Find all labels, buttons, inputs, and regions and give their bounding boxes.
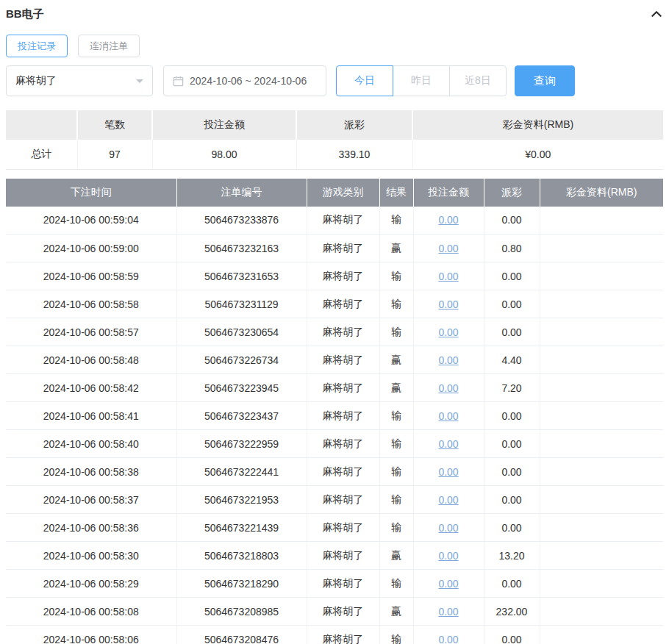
order-id-cell: 5064673221439 (176, 514, 307, 542)
bet-amount-link[interactable]: 0.00 (438, 382, 458, 394)
game-type-cell: 麻将胡了 (307, 514, 379, 542)
bonus-cell (540, 486, 663, 514)
game-select[interactable]: 麻将胡了 (6, 65, 153, 96)
table-row: 2024-10-06 00:59:045064673233876麻将胡了输0.0… (6, 207, 663, 235)
bet-amount-cell: 0.00 (413, 207, 484, 235)
bonus-cell (540, 235, 663, 262)
bet-amount-link[interactable]: 0.00 (438, 243, 458, 254)
bet-amount-link[interactable]: 0.00 (438, 214, 458, 226)
quick-range-group: 今日 昨日 近8日 (336, 65, 507, 96)
payout-cell: 0.00 (484, 570, 540, 598)
bet-amount-cell: 0.00 (413, 430, 484, 458)
result-cell: 输 (379, 570, 413, 598)
game-type-cell: 麻将胡了 (307, 374, 379, 402)
order-id-cell: 5064673218803 (176, 542, 307, 570)
bet-amount-link[interactable]: 0.00 (438, 354, 458, 366)
bet-amount-link[interactable]: 0.00 (438, 466, 458, 478)
bet-table: 下注时间 注单编号 游戏类别 结果 投注金额 派彩 彩金资料(RMB) 2024… (6, 179, 663, 644)
game-type-cell: 麻将胡了 (307, 598, 379, 626)
summary-total-bonus: ¥0.00 (412, 140, 663, 169)
bonus-cell (540, 290, 663, 318)
summary-col-bonus: 彩金资料(RMB) (412, 110, 663, 140)
bet-amount-link[interactable]: 0.00 (438, 550, 458, 562)
order-id-cell: 5064673223437 (176, 402, 307, 430)
bet-time-cell: 2024-10-06 00:58:40 (6, 430, 176, 458)
result-cell: 输 (379, 626, 413, 644)
bet-amount-link[interactable]: 0.00 (438, 522, 458, 534)
bonus-cell (540, 318, 663, 346)
bonus-cell (540, 514, 663, 542)
payout-cell: 0.00 (484, 262, 540, 290)
bet-amount-cell: 0.00 (413, 598, 484, 626)
bet-amount-cell: 0.00 (413, 262, 484, 290)
bet-time-cell: 2024-10-06 00:58:08 (6, 598, 176, 626)
date-range-input[interactable]: 2024-10-06 ~ 2024-10-06 (163, 65, 326, 96)
bet-time-cell: 2024-10-06 00:58:59 (6, 262, 176, 290)
bet-table-body: 2024-10-06 00:59:045064673233876麻将胡了输0.0… (6, 207, 663, 644)
order-id-cell: 5064673221953 (176, 486, 307, 514)
table-row: 2024-10-06 00:58:065064673208476麻将胡了输0.0… (6, 626, 663, 644)
payout-cell: 0.00 (484, 290, 540, 318)
col-header-order-id: 注单编号 (176, 179, 307, 207)
bet-time-cell: 2024-10-06 00:58:58 (6, 290, 176, 318)
table-row: 2024-10-06 00:58:375064673221953麻将胡了输0.0… (6, 486, 663, 514)
bonus-cell (540, 430, 663, 458)
bet-time-cell: 2024-10-06 00:58:30 (6, 542, 176, 570)
summary-table: 笔数 投注金额 派彩 彩金资料(RMB) 总计 97 98.00 339.10 … (6, 110, 663, 170)
order-id-cell: 5064673231129 (176, 290, 307, 318)
tab-cancelled-orders[interactable]: 连消注单 (78, 35, 140, 57)
quick-range-yesterday[interactable]: 昨日 (393, 65, 450, 96)
table-row: 2024-10-06 00:58:595064673231653麻将胡了输0.0… (6, 262, 663, 290)
table-row: 2024-10-06 00:58:485064673226734麻将胡了赢0.0… (6, 346, 663, 374)
result-cell: 输 (379, 514, 413, 542)
bet-amount-link[interactable]: 0.00 (438, 578, 458, 590)
result-cell: 输 (379, 207, 413, 235)
order-id-cell: 5064673230654 (176, 318, 307, 346)
summary-header-row: 笔数 投注金额 派彩 彩金资料(RMB) (6, 110, 663, 140)
table-row: 2024-10-06 00:58:305064673218803麻将胡了赢0.0… (6, 542, 663, 570)
table-row: 2024-10-06 00:58:385064673222441麻将胡了输0.0… (6, 458, 663, 486)
bet-time-cell: 2024-10-06 00:59:00 (6, 235, 176, 262)
payout-cell: 0.00 (484, 207, 540, 235)
quick-range-today[interactable]: 今日 (336, 65, 393, 96)
game-type-cell: 麻将胡了 (307, 318, 379, 346)
chevron-down-icon (136, 79, 143, 87)
result-cell: 赢 (379, 374, 413, 402)
summary-total-payout: 339.10 (296, 140, 412, 169)
bet-amount-link[interactable]: 0.00 (438, 326, 458, 338)
bet-amount-link[interactable]: 0.00 (438, 271, 458, 282)
result-cell: 输 (379, 430, 413, 458)
calendar-icon (173, 76, 184, 87)
bet-time-cell: 2024-10-06 00:58:48 (6, 346, 176, 374)
payout-cell: 4.40 (484, 346, 540, 374)
table-row: 2024-10-06 00:58:405064673222959麻将胡了输0.0… (6, 430, 663, 458)
table-row: 2024-10-06 00:58:425064673223945麻将胡了赢0.0… (6, 374, 663, 402)
bet-amount-cell: 0.00 (413, 318, 484, 346)
result-cell: 输 (379, 262, 413, 290)
game-type-cell: 麻将胡了 (307, 402, 379, 430)
bet-time-cell: 2024-10-06 00:58:42 (6, 374, 176, 402)
table-row: 2024-10-06 00:58:365064673221439麻将胡了输0.0… (6, 514, 663, 542)
bet-amount-link[interactable]: 0.00 (438, 494, 458, 506)
search-button[interactable]: 查询 (515, 65, 575, 96)
quick-range-last8days[interactable]: 近8日 (449, 65, 507, 96)
bet-amount-link[interactable]: 0.00 (438, 410, 458, 422)
bet-amount-link[interactable]: 0.00 (438, 634, 458, 644)
table-row: 2024-10-06 00:58:415064673223437麻将胡了输0.0… (6, 402, 663, 430)
result-cell: 赢 (379, 598, 413, 626)
summary-total-bet-amount: 98.00 (152, 140, 296, 169)
payout-cell: 0.00 (484, 402, 540, 430)
col-header-game-type: 游戏类别 (307, 179, 379, 207)
col-header-payout: 派彩 (484, 179, 540, 207)
bet-amount-link[interactable]: 0.00 (438, 438, 458, 450)
chevron-up-icon[interactable] (650, 7, 663, 21)
tab-bet-records[interactable]: 投注记录 (6, 35, 68, 57)
payout-cell: 0.00 (484, 458, 540, 486)
bonus-cell (540, 262, 663, 290)
bet-amount-link[interactable]: 0.00 (438, 298, 458, 310)
bonus-cell (540, 207, 663, 235)
col-header-bonus: 彩金资料(RMB) (540, 179, 663, 207)
game-type-cell: 麻将胡了 (307, 486, 379, 514)
bet-amount-link[interactable]: 0.00 (438, 606, 458, 618)
bonus-cell (540, 374, 663, 402)
